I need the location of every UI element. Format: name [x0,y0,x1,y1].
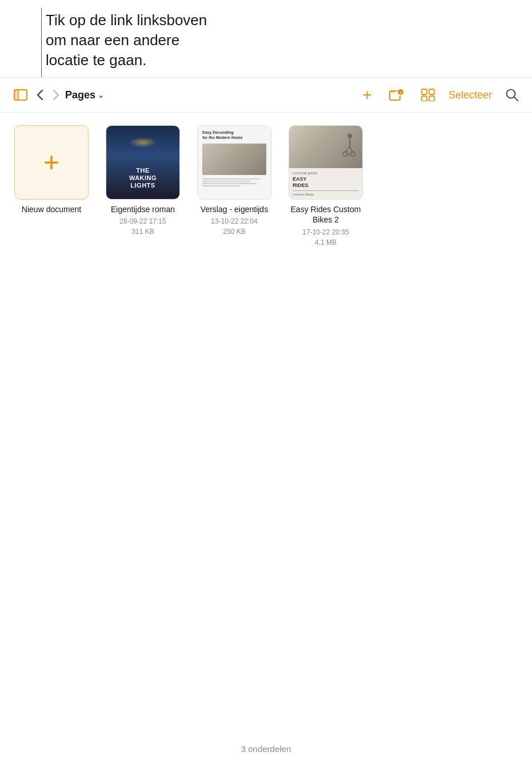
verslag-document-meta: 13-10-22 22:04 250 KB [211,216,257,237]
search-button[interactable] [502,86,522,104]
grid-view-button[interactable] [418,86,438,104]
bikes-thumb-text: CUSTOM BIKES EASYRIDES Custom Bikes [289,168,362,200]
roman-document-item[interactable]: THEWAKINGLIGHTS Eigentijdse roman 28-09-… [103,125,183,247]
verslag-document-thumb: Easy Decoratingfor the Modern Home [197,125,271,200]
back-button[interactable] [33,87,47,103]
sidebar-toggle-button[interactable] [10,87,31,103]
chevron-down-icon: ⌄ [98,91,104,100]
select-button[interactable]: Selecteer [449,89,492,101]
forward-button[interactable] [49,87,63,103]
bikes-thumb-img [289,125,362,168]
svg-line-13 [514,97,518,101]
document-grid: + Nieuw document THEWAKINGLIGHTS Eigenti… [0,113,532,260]
svg-rect-9 [429,89,434,94]
new-document-item[interactable]: + Nieuw document [11,125,91,247]
verslag-document-item[interactable]: Easy Decoratingfor the Modern Home Versl… [194,125,274,247]
bikes-subtitle: Custom Bikes [293,193,359,196]
new-document-name: Nieuw document [22,204,81,214]
roman-glow [129,137,157,148]
verslag-thumb-img [202,144,266,175]
roman-document-name: Eigentijdse roman [111,204,175,214]
svg-rect-1 [14,90,18,100]
verslag-thumb-content: Easy Decoratingfor the Modern Home [198,125,271,200]
bikes-header-text: CUSTOM BIKES [293,172,359,175]
bikes-document-item[interactable]: CUSTOM BIKES EASYRIDES Custom Bikes Easy… [286,125,366,247]
bikes-thumb-content: CUSTOM BIKES EASYRIDES Custom Bikes [289,125,362,200]
roman-title: THEWAKINGLIGHTS [129,167,157,190]
toolbar-left: Pages ⌄ [10,87,357,103]
svg-text:+: + [399,90,402,95]
footer-count: 3 onderdelen [241,744,291,754]
footer: 3 onderdelen [0,744,532,754]
roman-thumb-content: THEWAKINGLIGHTS [106,125,179,200]
add-button[interactable]: + [359,83,375,106]
svg-rect-10 [422,96,427,101]
svg-point-14 [347,134,352,138]
roman-document-meta: 28-09-22 17:15 311 KB [119,216,166,237]
bikes-divider [293,190,359,191]
tooltip-text: Tik op de link linksboven om naar een an… [46,10,518,70]
bikes-document-name: Easy Rides Custom Bikes 2 [286,204,366,225]
tooltip-line [41,8,42,77]
bikes-document-thumb: CUSTOM BIKES EASYRIDES Custom Bikes [289,125,363,200]
tooltip-area: Tik op de link linksboven om naar een an… [0,0,532,78]
bike-silhouette-icon [338,132,358,158]
svg-rect-4 [390,91,395,93]
toolbar-right: + + Selecteer [359,83,522,106]
svg-rect-11 [429,96,434,101]
bikes-main-title: EASYRIDES [293,176,359,189]
pages-title[interactable]: Pages ⌄ [65,89,104,101]
verslag-thumb-title: Easy Decoratingfor the Modern Home [202,130,266,140]
move-button[interactable]: + [386,86,407,104]
toolbar: Pages ⌄ + + Sel [0,78,532,113]
svg-rect-8 [422,89,427,94]
roman-document-thumb: THEWAKINGLIGHTS [106,125,180,200]
verslag-document-name: Verslag - eigentijds [201,204,268,214]
bikes-document-meta: 17-10-22 20:35 4,1 MB [302,227,349,248]
plus-icon: + [43,149,59,176]
new-document-thumb: + [14,125,89,200]
verslag-lines [202,178,266,186]
